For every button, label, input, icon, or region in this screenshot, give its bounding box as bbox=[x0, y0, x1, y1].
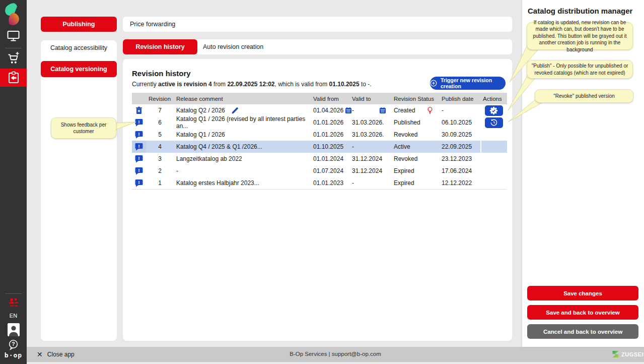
status-badge: Created bbox=[394, 107, 415, 114]
cancel-back-button[interactable]: Cancel and back to overview bbox=[527, 324, 638, 339]
valid-from: 01.01.2026 bbox=[311, 129, 349, 141]
left-nav-panel bbox=[41, 40, 117, 341]
col-valid-to: Valid to bbox=[349, 93, 391, 104]
release-comment: - bbox=[174, 165, 311, 177]
revoke-button[interactable] bbox=[485, 117, 503, 128]
customers-icon[interactable] bbox=[0, 297, 27, 309]
publish-date: 17.06.2024 bbox=[439, 165, 480, 177]
footer-bar: B-Op Services | support@b-op.com ✕ Close… bbox=[27, 347, 644, 362]
table-row[interactable]: ! 5 Katalog Q1 / 2026 01.01.2026 31.03.2… bbox=[132, 129, 507, 141]
calendar-icon[interactable] bbox=[379, 107, 386, 114]
revision-status-cell: Created bbox=[391, 104, 439, 116]
nav-item-catalog-accessibility[interactable]: Catalog accessibility bbox=[41, 44, 117, 51]
summary-bold: active is revision 4 bbox=[158, 81, 212, 88]
status-badge: Revoked bbox=[391, 153, 439, 165]
tab-auto-revision-creation[interactable]: Auto revision creation bbox=[203, 43, 263, 50]
note-new-revision-text: If catalog is updated, new revision can … bbox=[531, 19, 628, 53]
close-icon: ✕ bbox=[37, 350, 43, 358]
release-comment: Katalog Q4 / 2025 & Q1 /2026... bbox=[174, 141, 311, 153]
language-switch[interactable]: EN bbox=[0, 313, 27, 319]
close-app-label: Close app bbox=[47, 351, 75, 358]
valid-to: 31.12.2024 bbox=[349, 165, 391, 177]
status-badge: Published bbox=[391, 116, 439, 129]
valid-to: - bbox=[352, 107, 354, 114]
feedback-icon[interactable]: ! bbox=[132, 129, 146, 141]
sidebar-divider bbox=[5, 293, 22, 294]
zugseil-label: ZUGSEIL bbox=[621, 351, 644, 357]
publish-date: 23.12.2023 bbox=[439, 153, 480, 165]
trigger-new-revision-button[interactable]: Trigger new revision creation bbox=[430, 77, 506, 90]
note-revoke-text: "Revoke" published version bbox=[553, 93, 615, 100]
save-back-button[interactable]: Save and back to overview bbox=[527, 305, 638, 320]
revision-number: 4 bbox=[146, 141, 174, 153]
zugseil-z-icon bbox=[612, 350, 619, 358]
feedback-icon[interactable]: ! bbox=[132, 116, 146, 129]
nav-catalog-accessibility-label: Catalog accessibility bbox=[50, 44, 107, 51]
publish-date: 06.10.2025 bbox=[439, 116, 480, 129]
summary-bold: 22.09.2025 12:02 bbox=[227, 81, 274, 88]
right-panel-title: Catalog distribution manager bbox=[528, 7, 632, 15]
valid-from: 01.10.2025 bbox=[311, 141, 349, 153]
valid-to-cell: - bbox=[349, 104, 391, 116]
col-actions: Actions bbox=[480, 93, 507, 104]
revision-number: 5 bbox=[146, 129, 174, 141]
table-row[interactable]: ! 1 Katalog erstes Halbjahr 2023... 01.0… bbox=[132, 177, 507, 190]
cart-add-icon[interactable] bbox=[0, 51, 27, 66]
help-icon[interactable]: ? bbox=[0, 339, 27, 350]
status-badge: Expired bbox=[391, 177, 439, 189]
valid-to: 31.03.2026. bbox=[349, 116, 391, 129]
summary-text: Currently bbox=[132, 81, 158, 88]
valid-to: 31.03.2026. bbox=[349, 129, 391, 141]
zugseil-brand: ZUGSEIL bbox=[612, 350, 644, 358]
history-restore-icon bbox=[490, 118, 498, 127]
sidebar-item-catalog-distribution[interactable] bbox=[0, 69, 27, 87]
revision-number: 7 bbox=[146, 104, 174, 116]
col-release-comment: Release comment bbox=[174, 93, 311, 104]
lightbulb-icon[interactable] bbox=[427, 106, 433, 114]
edit-pencil-icon[interactable] bbox=[231, 107, 239, 114]
feedback-icon[interactable]: ! bbox=[132, 177, 146, 189]
feedback-icon[interactable]: ! bbox=[132, 141, 146, 153]
actions-cell bbox=[480, 141, 507, 153]
check-badge-icon bbox=[489, 106, 498, 115]
tab-auto-revision-creation-label: Auto revision creation bbox=[203, 43, 263, 50]
tab-revision-history-label: Revision history bbox=[135, 43, 184, 50]
svg-text:!: ! bbox=[138, 119, 140, 125]
release-comment: Katalog Q1 / 2026 (revised by all intere… bbox=[174, 116, 311, 129]
active-revision-summary: Currently active is revision 4 from 22.0… bbox=[132, 81, 372, 88]
actions-cell bbox=[480, 153, 507, 165]
table-row[interactable]: ! 6 Katalog Q1 / 2026 (revised by all in… bbox=[132, 116, 507, 129]
nav-item-catalog-versioning[interactable]: Catalog versioning bbox=[41, 61, 117, 77]
release-comment: Katalog Q1 / 2026 bbox=[174, 129, 311, 141]
col-publish-date: Publish date bbox=[439, 93, 480, 104]
revision-number: 6 bbox=[146, 116, 174, 129]
publish-button[interactable] bbox=[485, 105, 503, 116]
trigger-new-revision-label: Trigger new revision creation bbox=[441, 77, 506, 89]
table-row[interactable]: ! 2 - 01.07.2024 31.12.2024 Expired 17.0… bbox=[132, 165, 507, 177]
nav-catalog-versioning-label: Catalog versioning bbox=[50, 66, 107, 73]
delete-revision-icon[interactable] bbox=[132, 104, 146, 116]
summary-text: , which is valid from bbox=[275, 81, 329, 88]
feedback-icon[interactable]: ! bbox=[132, 153, 146, 165]
save-changes-button[interactable]: Save changes bbox=[527, 286, 638, 300]
summary-bold: 01.10.2025 bbox=[329, 81, 360, 88]
feedback-icon[interactable]: ! bbox=[132, 165, 146, 177]
svg-text:!: ! bbox=[138, 132, 140, 137]
monitor-icon[interactable] bbox=[0, 30, 27, 42]
valid-from: 01.01.2026 bbox=[311, 116, 349, 129]
save-changes-label: Save changes bbox=[563, 290, 602, 296]
valid-from: 01.01.2023 bbox=[311, 177, 349, 189]
tab-revision-history[interactable]: Revision history bbox=[123, 39, 197, 54]
svg-text:!: ! bbox=[138, 156, 140, 161]
table-row-active[interactable]: ! 4 Katalog Q4 / 2025 & Q1 /2026... 01.1… bbox=[132, 141, 507, 153]
tab-price-forwarding[interactable]: Price forwarding bbox=[123, 17, 512, 32]
revision-number: 3 bbox=[146, 153, 174, 165]
revision-number: 1 bbox=[146, 177, 174, 189]
table-row[interactable]: ! 3 Langzeitkatalog ab 2022 01.01.2024 3… bbox=[132, 153, 507, 165]
close-app-button[interactable]: ✕ Close app bbox=[37, 350, 75, 358]
note-feedback: Shows feedback per customer bbox=[51, 117, 116, 139]
actions-cell bbox=[480, 104, 507, 116]
valid-to: - bbox=[349, 177, 391, 189]
avatar[interactable] bbox=[0, 323, 27, 336]
tab-publishing[interactable]: Publishing bbox=[41, 17, 117, 32]
